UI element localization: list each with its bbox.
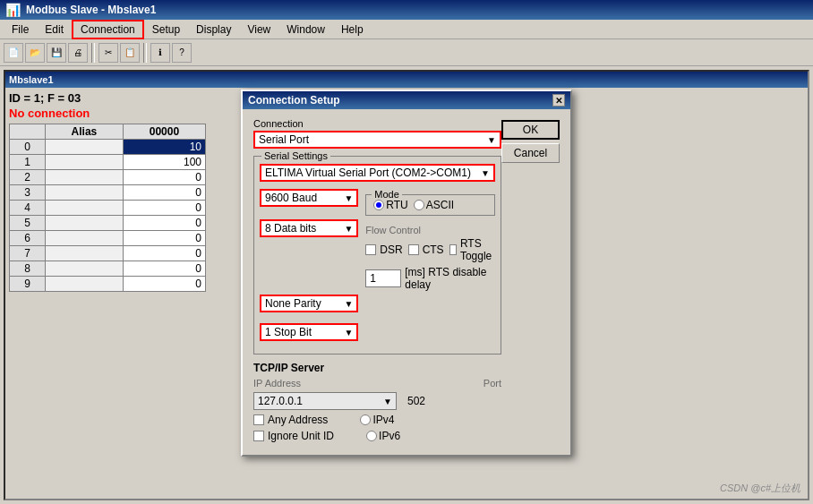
menu-display[interactable]: Display [188, 21, 239, 38]
help-button[interactable]: ? [172, 43, 192, 63]
dialog-main-row: Connection Serial Port ▼ Serial Settings [253, 118, 560, 446]
cts-checkbox[interactable] [408, 244, 419, 255]
ignore-unit-id-label: Ignore Unit ID [268, 430, 334, 442]
any-address-group[interactable]: Any Address [253, 414, 328, 426]
mode-group: Mode RTU ASC [365, 194, 495, 216]
connection-group: Connection Serial Port ▼ [253, 118, 501, 149]
serial-port-combo[interactable]: ELTIMA Virtual Serial Port (COM2->COM1) … [260, 164, 495, 182]
cancel-button[interactable]: Cancel [501, 143, 560, 163]
app-icon: 📊 [5, 3, 21, 17]
parity-combo[interactable]: None Parity ▼ [260, 295, 358, 312]
watermark: CSDN @c#上位机 [720, 482, 800, 495]
spacer [365, 295, 495, 320]
dialog-title-bar: Connection Setup ✕ [243, 91, 570, 109]
cut-button[interactable]: ✂ [98, 43, 118, 63]
ipv6-item[interactable]: IPv6 [366, 430, 400, 442]
baud-rate-arrow-icon: ▼ [344, 193, 353, 203]
ignore-unit-id-group[interactable]: Ignore Unit ID [253, 430, 334, 442]
dsr-checkbox-group[interactable]: DSR [365, 243, 402, 256]
ipv4-radio[interactable] [360, 414, 371, 425]
port-label: Port [484, 378, 501, 389]
dialog-close-button[interactable]: ✕ [552, 94, 565, 107]
mode-ascii-radio[interactable] [414, 200, 424, 210]
ip-combo-arrow-icon: ▼ [383, 397, 392, 406]
ipv6-radio[interactable] [366, 431, 377, 441]
data-bits-group: 8 Data bits ▼ [260, 219, 358, 284]
dialog-left: Connection Serial Port ▼ Serial Settings [253, 118, 501, 446]
menu-connection[interactable]: Connection [72, 20, 144, 39]
cts-label: CTS [423, 243, 444, 256]
any-address-checkbox[interactable] [253, 414, 264, 425]
stop-bit-arrow-icon: ▼ [344, 328, 353, 337]
parity-value: None Parity [265, 297, 321, 310]
ok-button[interactable]: OK [501, 120, 560, 140]
any-address-label: Any Address [268, 414, 328, 426]
mode-rtu-radio[interactable] [373, 200, 384, 210]
print-button[interactable]: 🖨 [68, 43, 88, 63]
serial-settings-fieldset: Serial Settings ELTIMA Virtual Serial Po… [253, 156, 501, 355]
tcp-section: TCP/IP Server IP Address Port 127.0.0.1 [253, 362, 501, 442]
data-bits-arrow-icon: ▼ [344, 224, 353, 234]
serial-port-value: ELTIMA Virtual Serial Port (COM2->COM1) [265, 167, 471, 179]
mode-ascii-label: ASCII [426, 199, 454, 211]
app-title: Modbus Slave - Mbslave1 [26, 4, 156, 16]
dialog-right: OK Cancel [501, 118, 560, 163]
port-value: 502 [407, 395, 425, 407]
mode-legend: Mode [372, 189, 402, 200]
rts-delay-label: [ms] RTS disable delay [405, 266, 495, 291]
mode-rtu-item[interactable]: RTU [373, 199, 407, 211]
dsr-checkbox[interactable] [365, 244, 376, 255]
ipv6-label: IPv6 [379, 430, 400, 442]
tcp-ip-input-row: 127.0.0.1 ▼ 502 [253, 392, 501, 410]
baud-rate-combo[interactable]: 9600 Baud ▼ [260, 189, 358, 207]
connection-value: Serial Port [259, 133, 309, 146]
mode-rtu-label: RTU [386, 199, 407, 211]
serial-port-group: ELTIMA Virtual Serial Port (COM2->COM1) … [260, 164, 495, 182]
ignore-unit-id-checkbox[interactable] [253, 431, 264, 441]
connection-combo[interactable]: Serial Port ▼ [253, 131, 501, 149]
save-button[interactable]: 💾 [47, 43, 66, 63]
tcp-ip-row: IP Address Port [253, 378, 501, 389]
connection-label: Connection [253, 118, 501, 129]
connection-arrow-icon: ▼ [487, 135, 496, 145]
data-bits-combo[interactable]: 8 Data bits ▼ [260, 219, 358, 237]
tcp-title: TCP/IP Server [253, 362, 501, 374]
rts-toggle-checkbox-group[interactable]: RTS Toggle [449, 237, 495, 262]
baud-rate-group: 9600 Baud ▼ [260, 189, 358, 209]
menu-setup[interactable]: Setup [144, 21, 188, 38]
menu-window[interactable]: Window [278, 21, 333, 38]
serial-grid: 9600 Baud ▼ Mode [260, 189, 495, 348]
menu-edit[interactable]: Edit [37, 21, 72, 38]
connection-dialog: Connection Setup ✕ Connection Serial Por… [241, 90, 572, 457]
flow-control-label: Flow Control [365, 225, 495, 235]
menu-bar: File Edit Connection Setup Display View … [0, 20, 813, 39]
rts-toggle-checkbox[interactable] [449, 244, 457, 255]
flow-control-checkboxes: DSR CTS RT [365, 237, 495, 262]
rts-toggle-label: RTS Toggle [460, 237, 495, 262]
flow-control-group: Flow Control DSR [365, 225, 495, 291]
rts-delay-input[interactable] [365, 269, 401, 287]
ip-address-combo[interactable]: 127.0.0.1 ▼ [253, 392, 397, 410]
ipv4-label: IPv4 [372, 414, 394, 426]
menu-file[interactable]: File [4, 21, 37, 38]
ipv4-item[interactable]: IPv4 [360, 414, 394, 426]
sep2 [143, 43, 147, 63]
rts-delay-row: [ms] RTS disable delay [365, 266, 495, 291]
about-button[interactable]: ℹ [150, 43, 170, 63]
cts-checkbox-group[interactable]: CTS [408, 243, 444, 256]
mode-radio-group: RTU ASCII [373, 199, 487, 211]
menu-view[interactable]: View [239, 21, 278, 38]
dialog-title: Connection Setup [248, 94, 340, 107]
open-button[interactable]: 📂 [25, 43, 45, 63]
menu-help[interactable]: Help [333, 21, 372, 38]
stop-bit-group: 1 Stop Bit ▼ [260, 323, 358, 341]
mdi-window: Mbslave1 ID = 1; F = 03 No connection Al… [4, 70, 809, 500]
parity-arrow-icon: ▼ [344, 299, 353, 309]
sep1 [91, 43, 95, 63]
stop-bit-combo[interactable]: 1 Stop Bit ▼ [260, 323, 358, 341]
copy-button[interactable]: 📋 [120, 43, 140, 63]
new-button[interactable]: 📄 [4, 43, 23, 63]
ip-address-value: 127.0.0.1 [258, 395, 303, 407]
serial-port-arrow-icon: ▼ [481, 168, 490, 178]
mode-ascii-item[interactable]: ASCII [414, 199, 454, 211]
